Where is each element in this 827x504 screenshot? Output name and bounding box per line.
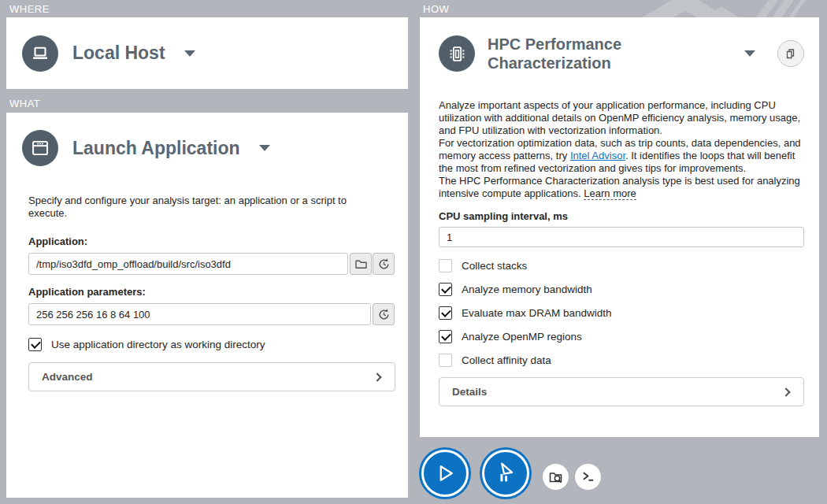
how-description-p2: For vectorization optimization data, suc…	[439, 137, 804, 175]
history-icon	[377, 308, 391, 321]
checkbox-collect-stacks[interactable]: Collect stacks	[439, 259, 804, 272]
parameters-input[interactable]	[28, 303, 371, 325]
checkbox-label: Analyze OpenMP regions	[462, 331, 582, 343]
open-result-button[interactable]	[543, 464, 569, 490]
how-section-label: HOW	[420, 0, 819, 17]
chevron-down-icon[interactable]	[259, 145, 270, 151]
application-input-row	[28, 253, 395, 275]
application-input[interactable]	[28, 253, 348, 275]
where-section-label: WHERE	[6, 0, 408, 17]
intel-advisor-link[interactable]: Intel Advisor	[570, 150, 625, 161]
start-paused-icon	[494, 461, 517, 485]
command-line-icon	[580, 469, 595, 484]
how-title[interactable]: HPC Performance Characterization	[488, 35, 702, 72]
checkbox-collect-affinity-data[interactable]: Collect affinity data	[439, 354, 804, 367]
application-label: Application:	[28, 235, 386, 247]
details-label: Details	[452, 386, 487, 398]
application-history-button[interactable]	[373, 253, 395, 275]
advanced-label: Advanced	[42, 371, 93, 383]
right-column: HOW HPC Performance Characterization	[420, 0, 819, 497]
sampling-interval-input[interactable]	[439, 227, 804, 247]
what-section-label: WHAT	[6, 89, 408, 113]
checkbox-analyze-memory-bandwidth[interactable]: Analyze memory bandwidth	[439, 283, 804, 296]
chevron-right-icon	[373, 372, 381, 381]
cpu-chip-icon	[447, 43, 468, 65]
how-description-p1: Analyze important aspects of your applic…	[439, 99, 804, 137]
chevron-down-icon[interactable]	[184, 50, 195, 57]
folder-icon	[354, 258, 368, 271]
checkbox-label: Evaluate max DRAM bandwidth	[462, 307, 612, 319]
checkbox-box[interactable]	[439, 330, 452, 343]
what-card-header[interactable]: Launch Application	[6, 113, 408, 166]
launch-application-icon	[22, 130, 58, 166]
laptop-icon	[30, 43, 50, 64]
how-description-p3: The HPC Performance Characterization ana…	[439, 175, 804, 200]
checkbox-box[interactable]	[28, 338, 42, 351]
checkbox-analyze-openmp-regions[interactable]: Analyze OpenMP regions	[439, 330, 804, 343]
how-card-header: HPC Performance Characterization	[420, 17, 819, 72]
checkbox-box[interactable]	[439, 306, 452, 320]
checkbox-label: Analyze memory bandwidth	[462, 284, 592, 295]
how-card: HPC Performance Characterization Analyze…	[420, 17, 819, 437]
browse-button[interactable]	[350, 253, 372, 275]
checkbox-label: Collect stacks	[462, 260, 527, 272]
parameters-label: Application parameters:	[28, 286, 386, 298]
details-expander[interactable]: Details	[439, 377, 804, 406]
start-icon	[434, 462, 456, 484]
chevron-right-icon	[781, 387, 790, 396]
what-description: Specify and configure your analysis targ…	[28, 195, 384, 220]
where-target-title[interactable]: Local Host	[72, 43, 165, 64]
checkbox-box[interactable]	[439, 259, 452, 272]
parameters-history-button[interactable]	[373, 303, 395, 325]
learn-more-link[interactable]: Learn more	[584, 187, 636, 200]
checkbox-box[interactable]	[439, 283, 452, 296]
start-button[interactable]	[421, 450, 469, 497]
left-column: WHERE Local Host WHAT Launch Applicat	[6, 0, 408, 498]
where-card: Local Host	[6, 17, 408, 89]
checkbox-use-app-directory[interactable]: Use application directory as working dir…	[28, 338, 386, 351]
start-paused-button[interactable]	[482, 450, 529, 497]
advanced-expander[interactable]: Advanced	[28, 362, 395, 391]
open-result-icon	[548, 469, 564, 485]
checkbox-evaluate-max-dram-bandwidth[interactable]: Evaluate max DRAM bandwidth	[439, 306, 804, 320]
hpc-analysis-icon	[439, 35, 475, 72]
what-card: Launch Application Specify and configure…	[6, 113, 408, 498]
command-line-button[interactable]	[575, 464, 601, 490]
local-host-icon	[22, 35, 58, 72]
how-description: Analyze important aspects of your applic…	[439, 99, 804, 200]
parameters-input-row	[28, 303, 395, 325]
history-icon	[377, 258, 391, 271]
what-title[interactable]: Launch Application	[72, 138, 240, 159]
action-bar	[420, 450, 819, 497]
chevron-down-icon[interactable]	[744, 50, 755, 57]
checkbox-box[interactable]	[439, 354, 452, 367]
sampling-interval-label: CPU sampling interval, ms	[439, 210, 804, 222]
copy-icon	[784, 46, 798, 61]
checkbox-label: Collect affinity data	[462, 354, 551, 366]
application-window-icon	[30, 138, 50, 158]
copy-analysis-button[interactable]	[777, 40, 804, 67]
sampling-interval-row	[439, 227, 804, 247]
checkbox-label: Use application directory as working dir…	[51, 339, 265, 350]
